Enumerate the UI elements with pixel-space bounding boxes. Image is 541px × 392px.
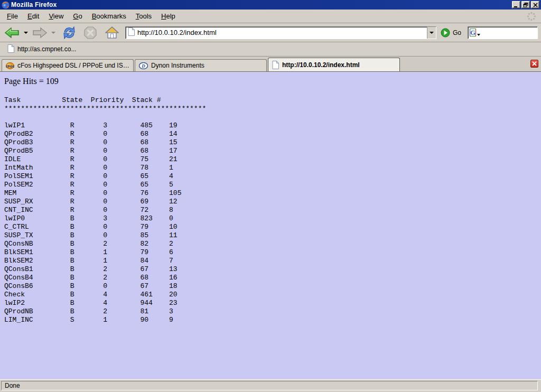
page-icon <box>7 44 14 54</box>
title-bar: Mozilla Firefox <box>0 0 541 10</box>
menu-edit[interactable]: Edit <box>23 11 44 22</box>
menu-go[interactable]: Go <box>68 11 87 22</box>
tab-1[interactable]: cFoscFos Highspeed DSL / PPPoE und ISDN … <box>2 59 134 71</box>
tab-label: http://10.0.10.2/index.html <box>282 61 360 69</box>
close-tab-button[interactable] <box>530 60 538 68</box>
menu-file[interactable]: File <box>2 11 23 22</box>
url-input[interactable] <box>137 27 427 38</box>
go-icon <box>441 28 450 38</box>
dynon-icon: D <box>139 62 148 69</box>
tab-label: Dynon Instruments <box>151 62 204 69</box>
page-icon <box>272 61 279 69</box>
go-label: Go <box>453 29 461 36</box>
search-input[interactable] <box>480 28 541 38</box>
tab-bar: cFoscFos Highspeed DSL / PPPoE und ISDN … <box>0 57 541 72</box>
minimize-button[interactable] <box>512 1 520 8</box>
restore-button[interactable] <box>521 1 530 8</box>
stop-button[interactable] <box>82 25 98 41</box>
forward-button[interactable] <box>31 25 49 40</box>
browser-window: Mozilla Firefox FileEditViewGoBookmarksT… <box>0 0 541 392</box>
url-bar <box>125 26 436 39</box>
tab-2[interactable]: DDynon Instruments <box>135 59 267 71</box>
menu-help[interactable]: Help <box>156 11 180 22</box>
bookmark-item[interactable]: http://as.cmpnet.co... <box>5 43 78 55</box>
cfos-icon: cFos <box>6 62 14 69</box>
page-content: Page Hits = 109 Task State Priority Stac… <box>0 72 541 379</box>
firefox-icon <box>2 1 10 9</box>
google-logo-icon: G <box>470 29 476 36</box>
reload-button[interactable] <box>61 25 77 41</box>
throbber-icon <box>526 11 537 23</box>
status-panel: Done <box>1 381 538 390</box>
window-title: Mozilla Firefox <box>11 1 57 8</box>
svg-text:cFos: cFos <box>6 64 14 68</box>
close-button[interactable] <box>531 1 539 8</box>
menu-view[interactable]: View <box>44 11 68 22</box>
menu-bar: FileEditViewGoBookmarksToolsHelp <box>0 10 541 23</box>
window-controls <box>512 1 539 8</box>
svg-text:D: D <box>141 63 145 69</box>
status-text: Done <box>5 382 20 389</box>
status-bar: Done <box>0 379 541 392</box>
forward-dropdown-caret[interactable] <box>51 32 55 34</box>
tab-label: cFos Highspeed DSL / PPPoE und ISDN CAP.… <box>17 62 129 69</box>
url-dropdown-button[interactable] <box>427 27 436 39</box>
search-box[interactable]: G <box>468 26 538 39</box>
home-button[interactable] <box>104 25 120 40</box>
menu-tools[interactable]: Tools <box>131 11 156 22</box>
task-table: Task State Priority Stack # ************… <box>4 96 541 324</box>
navigation-toolbar: Go G <box>0 23 541 42</box>
bookmarks-toolbar: http://as.cmpnet.co... <box>0 42 541 57</box>
tab-3[interactable]: http://10.0.10.2/index.html <box>268 58 400 71</box>
back-dropdown-caret[interactable] <box>24 32 28 34</box>
go-button[interactable]: Go <box>441 28 461 38</box>
menu-bookmarks[interactable]: Bookmarks <box>87 11 131 22</box>
page-icon <box>128 27 135 38</box>
page-hits-text: Page Hits = 109 <box>4 77 541 86</box>
back-button[interactable] <box>3 25 21 40</box>
bookmark-label: http://as.cmpnet.co... <box>17 45 76 53</box>
menu-bar-items: FileEditViewGoBookmarksToolsHelp <box>2 11 180 22</box>
